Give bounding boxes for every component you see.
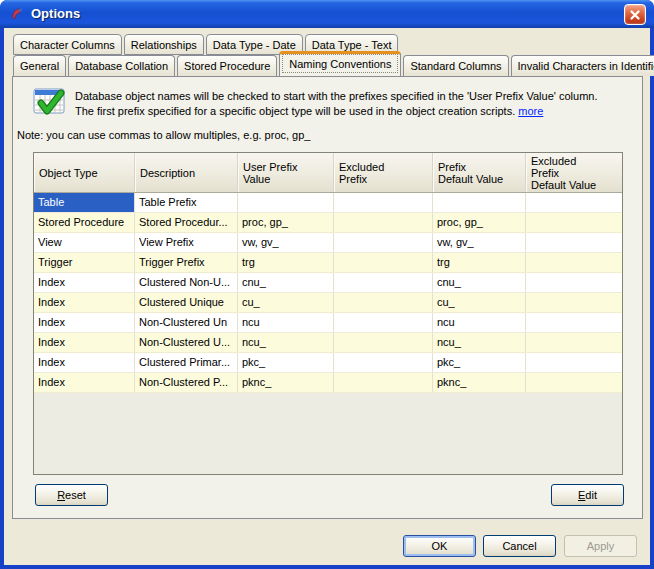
more-link[interactable]: more — [518, 105, 543, 117]
grid-cell[interactable]: ncu_ — [433, 333, 526, 352]
grid-row[interactable]: IndexClustered Non-U...cnu_cnu_ — [34, 273, 622, 293]
tab-character-columns[interactable]: Character Columns — [13, 34, 122, 55]
grid-cell[interactable]: Non-Clustered U... — [135, 333, 238, 352]
grid-cell[interactable]: Clustered Unique — [135, 293, 238, 312]
grid-cell[interactable]: ncu_ — [238, 333, 334, 352]
grid-cell[interactable]: pkc_ — [433, 353, 526, 372]
grid-cell[interactable]: trg — [433, 253, 526, 272]
grid-cell[interactable]: Trigger Prefix — [135, 253, 238, 272]
grid-cell[interactable] — [238, 193, 334, 212]
grid-cell[interactable]: ncu — [433, 313, 526, 332]
column-header[interactable]: Object Type — [34, 153, 135, 192]
titlebar[interactable]: Options — [0, 0, 654, 28]
grid-cell[interactable] — [526, 253, 622, 272]
grid-cell[interactable]: Index — [34, 273, 135, 292]
grid-cell[interactable]: pknc_ — [238, 373, 334, 392]
grid-cell[interactable]: cu_ — [238, 293, 334, 312]
grid-cell[interactable]: Stored Procedur... — [135, 213, 238, 232]
column-header[interactable]: Excluded Prefix — [334, 153, 433, 192]
grid-row[interactable]: TriggerTrigger Prefixtrgtrg — [34, 253, 622, 273]
column-header[interactable]: User Prefix Value — [238, 153, 334, 192]
tab-stored-procedure[interactable]: Stored Procedure — [177, 55, 277, 76]
grid-cell[interactable] — [433, 193, 526, 212]
column-header[interactable]: Excluded Prefix Default Value — [526, 153, 622, 192]
cancel-label: Cancel — [502, 540, 536, 552]
cancel-button[interactable]: Cancel — [483, 535, 556, 557]
column-header[interactable]: Prefix Default Value — [433, 153, 526, 192]
grid-cell[interactable] — [526, 273, 622, 292]
grid-row[interactable]: IndexClustered Uniquecu_cu_ — [34, 293, 622, 313]
grid-cell[interactable] — [334, 193, 433, 212]
grid-header: Object TypeDescriptionUser Prefix ValueE… — [34, 153, 622, 193]
grid-cell[interactable] — [334, 373, 433, 392]
grid-cell[interactable] — [334, 313, 433, 332]
grid-cell[interactable] — [334, 353, 433, 372]
grid-cell[interactable]: proc, gp_ — [433, 213, 526, 232]
column-header[interactable]: Description — [135, 153, 238, 192]
grid-cell[interactable] — [334, 333, 433, 352]
grid-cell[interactable]: Index — [34, 373, 135, 392]
table-check-icon — [33, 87, 67, 117]
grid-cell[interactable]: Index — [34, 313, 135, 332]
grid-cell[interactable] — [334, 213, 433, 232]
grid-cell[interactable]: Clustered Primar... — [135, 353, 238, 372]
grid-cell[interactable]: trg — [238, 253, 334, 272]
grid-cell[interactable]: Clustered Non-U... — [135, 273, 238, 292]
grid-cell[interactable] — [334, 233, 433, 252]
tab-naming-conventions[interactable]: Naming Conventions — [279, 51, 401, 76]
grid-cell[interactable] — [526, 313, 622, 332]
grid-cell[interactable] — [526, 333, 622, 352]
tab-relationships[interactable]: Relationships — [124, 34, 204, 55]
dialog-body: Character ColumnsRelationshipsData Type … — [4, 28, 650, 565]
edit-button[interactable]: Edit — [551, 484, 624, 506]
tab-database-collation[interactable]: Database Collation — [68, 55, 175, 76]
grid-cell[interactable]: Trigger — [34, 253, 135, 272]
tab-standard-columns[interactable]: Standard Columns — [403, 55, 508, 76]
tab-invalid-characters-in-identifiers[interactable]: Invalid Characters in Identifiers — [511, 55, 654, 76]
reset-button[interactable]: Reset — [35, 484, 108, 506]
grid-cell[interactable] — [334, 273, 433, 292]
ok-button[interactable]: OK — [403, 535, 476, 557]
grid-cell[interactable]: Non-Clustered Un — [135, 313, 238, 332]
grid-cell[interactable]: vw, gv_ — [238, 233, 334, 252]
selected-cell[interactable]: Table — [34, 193, 135, 212]
grid-cell[interactable] — [526, 233, 622, 252]
apply-button[interactable]: Apply — [564, 535, 637, 557]
grid-cell[interactable] — [334, 293, 433, 312]
grid-cell[interactable] — [526, 193, 622, 212]
grid-cell[interactable]: View Prefix — [135, 233, 238, 252]
grid-cell[interactable] — [526, 373, 622, 392]
grid-row[interactable]: ViewView Prefixvw, gv_vw, gv_ — [34, 233, 622, 253]
grid-body: TableTable PrefixStored ProcedureStored … — [34, 193, 622, 393]
grid-row[interactable]: IndexClustered Primar...pkc_pkc_ — [34, 353, 622, 373]
grid-cell[interactable]: ncu — [238, 313, 334, 332]
grid-cell[interactable]: vw, gv_ — [433, 233, 526, 252]
grid-cell[interactable]: cnu_ — [238, 273, 334, 292]
grid-cell[interactable]: Stored Procedure — [34, 213, 135, 232]
note-text: Note: you can use commas to allow multip… — [17, 129, 310, 141]
grid-cell[interactable] — [334, 253, 433, 272]
grid-cell[interactable]: Non-Clustered P... — [135, 373, 238, 392]
grid-row[interactable]: IndexNon-Clustered U...ncu_ncu_ — [34, 333, 622, 353]
grid-row[interactable]: TableTable Prefix — [34, 193, 622, 213]
grid-cell[interactable]: Table Prefix — [135, 193, 238, 212]
grid-cell[interactable]: Index — [34, 293, 135, 312]
close-button[interactable] — [624, 4, 646, 25]
close-icon — [629, 9, 641, 21]
grid-cell[interactable]: Index — [34, 353, 135, 372]
info-line2: The first prefix specified for a specifi… — [75, 105, 518, 117]
grid-row[interactable]: Stored ProcedureStored Procedur...proc, … — [34, 213, 622, 233]
grid-cell[interactable]: cu_ — [433, 293, 526, 312]
grid-cell[interactable] — [526, 293, 622, 312]
grid-cell[interactable] — [526, 353, 622, 372]
grid-row[interactable]: IndexNon-Clustered P...pknc_pknc_ — [34, 373, 622, 393]
grid-cell[interactable]: pkc_ — [238, 353, 334, 372]
grid-cell[interactable]: cnu_ — [433, 273, 526, 292]
grid-cell[interactable]: proc, gp_ — [238, 213, 334, 232]
grid-row[interactable]: IndexNon-Clustered Unncuncu — [34, 313, 622, 333]
grid-cell[interactable]: View — [34, 233, 135, 252]
grid-cell[interactable] — [526, 213, 622, 232]
grid-cell[interactable]: pknc_ — [433, 373, 526, 392]
grid-cell[interactable]: Index — [34, 333, 135, 352]
tab-general[interactable]: General — [13, 55, 66, 76]
